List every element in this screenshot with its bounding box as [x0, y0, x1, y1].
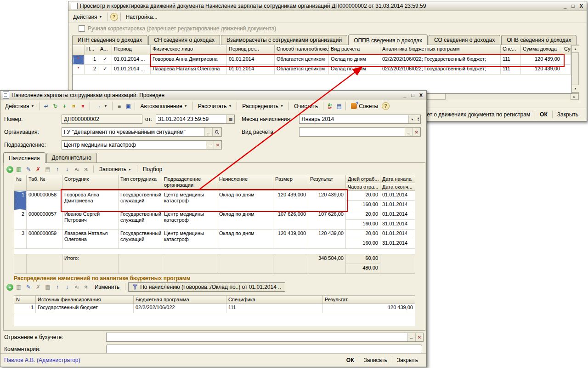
- col-reg-period[interactable]: Период рег...: [227, 45, 275, 55]
- cell-income[interactable]: 120 439,00: [521, 65, 562, 75]
- change-button[interactable]: Изменить: [92, 283, 122, 291]
- ok-button[interactable]: ОК: [342, 356, 359, 364]
- col-period[interactable]: Период: [112, 45, 151, 55]
- cell-spec[interactable]: 111: [501, 65, 521, 75]
- date-field[interactable]: ▦: [156, 115, 235, 124]
- cell-emp-type[interactable]: Государственный служащий: [119, 230, 162, 249]
- cell-days[interactable]: 20,00: [346, 210, 380, 220]
- cell-reg-period[interactable]: 01.01.2014: [227, 65, 275, 75]
- cell-result[interactable]: 107 626,00: [308, 210, 346, 230]
- sort-desc-icon[interactable]: Я↓: [82, 285, 90, 289]
- cell-tax-method[interactable]: Облагается целиком: [275, 65, 329, 75]
- dt-kt-icon[interactable]: ДтКт: [326, 103, 334, 109]
- col-spec[interactable]: Специфика: [226, 296, 323, 304]
- accrual-row-1[interactable]: 1 0000000058 Говорова Анна Дмитриевна Го…: [14, 191, 415, 201]
- tab-settlements[interactable]: Взаиморасчеты с сотрудниками организаций: [221, 35, 347, 45]
- cell-analytics[interactable]: 02/2/202/106/022; Государственный бюджет…: [380, 55, 501, 65]
- cell-tab-no[interactable]: 0000000059: [27, 230, 62, 249]
- maximize-button[interactable]: □: [411, 92, 414, 98]
- scroll-right-icon[interactable]: ►: [571, 93, 578, 100]
- sort-asc-icon[interactable]: А↓: [73, 167, 81, 172]
- close-button[interactable]: Закрыть: [392, 356, 423, 364]
- col-days[interactable]: Дней отраб...: [346, 175, 380, 183]
- cell-num[interactable]: 2: [14, 210, 27, 230]
- clear-icon[interactable]: ✕: [415, 333, 423, 341]
- cell-analytics[interactable]: 02/2/202/106/022; Государственный бюджет…: [380, 65, 501, 75]
- col-dept[interactable]: Подразделение организации: [162, 175, 217, 191]
- cell-employee[interactable]: Говорова Анна Дмитриевна: [62, 191, 119, 210]
- actions-menu-button[interactable]: Действия ▼: [2, 102, 37, 110]
- cell-accrual[interactable]: Оклад по дням: [217, 210, 273, 230]
- cell-calc-type[interactable]: Оклад по дням: [329, 55, 380, 65]
- save-rows-icon[interactable]: ▤: [44, 283, 52, 291]
- close-button[interactable]: X: [419, 92, 423, 98]
- cell-period[interactable]: 01.01.2014 ...: [112, 65, 151, 75]
- cell-tab-no[interactable]: 0000000058: [27, 191, 62, 210]
- choose-icon[interactable]: ...: [405, 128, 413, 136]
- col-active[interactable]: А...: [98, 45, 112, 55]
- movements-row-2[interactable]: ● 2 ✓ 01.01.2014 ... Лазарева Наталья Ол…: [73, 65, 571, 75]
- help-icon[interactable]: ?: [110, 13, 118, 21]
- col-spec[interactable]: Спе...: [501, 45, 521, 55]
- accrual-row-2[interactable]: 2 0000000057 Иванов Сергей Петрович Госу…: [14, 210, 415, 220]
- col-analytics[interactable]: Аналитика бюджетных программ: [380, 45, 501, 55]
- cell-date-end[interactable]: 31.01.2014: [380, 220, 415, 230]
- save-button[interactable]: Записать: [359, 356, 392, 364]
- sort-desc-icon[interactable]: Я↓: [82, 167, 90, 172]
- organization-field[interactable]: ...: [62, 127, 222, 137]
- list-settings-icon[interactable]: ▣: [124, 102, 132, 110]
- col-num[interactable]: №: [14, 175, 27, 191]
- tab-oppv[interactable]: ОППВ сведения о доходах: [348, 34, 428, 45]
- cell-date-start[interactable]: 01.01.2014: [380, 191, 415, 201]
- col-cut[interactable]: Сум: [562, 45, 571, 55]
- col-calc-type[interactable]: Вид расчета: [329, 45, 380, 55]
- col-date-end[interactable]: Дата оконч...: [380, 183, 415, 191]
- cell-spec[interactable]: 111: [226, 304, 323, 313]
- cell-calc-type[interactable]: Оклад по дням: [329, 65, 380, 75]
- number-field[interactable]: [62, 115, 142, 124]
- cell-hours[interactable]: 160,00: [346, 201, 380, 210]
- col-income[interactable]: Сумма дохода: [521, 45, 562, 55]
- document-titlebar[interactable]: Начисление зарплаты сотрудникам организа…: [0, 91, 426, 100]
- cell-size[interactable]: 107 626,000: [273, 210, 308, 230]
- tab-accruals[interactable]: Начисления: [3, 152, 45, 163]
- cell-accrual[interactable]: Оклад по дням: [217, 191, 273, 210]
- row-marker-icon[interactable]: ●: [73, 55, 85, 65]
- cell-employee[interactable]: Лазарева Наталья Олеговна: [62, 230, 119, 249]
- row-marker-icon[interactable]: ●: [73, 65, 85, 75]
- accounting-field[interactable]: ... ✕: [106, 333, 424, 342]
- cell-tax-method[interactable]: Облагается целиком: [275, 55, 329, 65]
- col-size[interactable]: Размер: [273, 175, 308, 191]
- help-icon[interactable]: ?: [382, 102, 390, 110]
- edit-row-icon[interactable]: ✎: [24, 166, 33, 173]
- tab-opv[interactable]: ОПВ сведения о доходах: [501, 35, 577, 45]
- col-hours[interactable]: Часов отра...: [346, 183, 380, 191]
- col-program[interactable]: Бюджетная программа: [134, 296, 226, 304]
- distribute-button[interactable]: Распределить ▼: [239, 102, 286, 110]
- cell-period[interactable]: 01.01.2014 ...: [112, 55, 151, 65]
- month-field[interactable]: ▼ ▲▼: [299, 115, 421, 124]
- minimize-button[interactable]: _: [403, 92, 406, 98]
- move-down-icon[interactable]: ↓: [63, 166, 71, 173]
- month-spinner[interactable]: ▲▼: [416, 115, 420, 123]
- col-result[interactable]: Результат: [323, 296, 415, 304]
- tab-additional[interactable]: Дополнительно: [46, 153, 97, 162]
- calc-kind-field[interactable]: ... ✕: [299, 127, 421, 137]
- comment-field[interactable]: [106, 345, 422, 354]
- choose-icon[interactable]: ...: [204, 128, 212, 136]
- cell-num[interactable]: 1: [85, 55, 98, 65]
- cell-date-end[interactable]: 31.01.2014: [380, 239, 415, 249]
- scroll-up-icon[interactable]: ▲: [571, 45, 579, 53]
- income-entries-icon[interactable]: ¤: [70, 102, 78, 110]
- cell-result[interactable]: 120 439,00: [323, 304, 415, 313]
- cell-n[interactable]: 1: [14, 304, 36, 313]
- chevron-down-icon[interactable]: ▼: [408, 115, 416, 123]
- cell-person[interactable]: Говорова Анна Дмитриевна: [151, 55, 227, 65]
- calculate-button[interactable]: Рассчитать ▼: [195, 102, 235, 110]
- new-document-icon[interactable]: +: [61, 102, 69, 110]
- cell-hours[interactable]: 160,00: [346, 239, 380, 249]
- delete-row-icon[interactable]: ✗: [34, 283, 42, 291]
- cell-num[interactable]: 2: [85, 65, 98, 75]
- scroll-down-icon[interactable]: ▼: [571, 85, 579, 92]
- filter-by-accrual-toggle[interactable]: По начислению (Говорова../Оклад по..) от…: [128, 282, 285, 292]
